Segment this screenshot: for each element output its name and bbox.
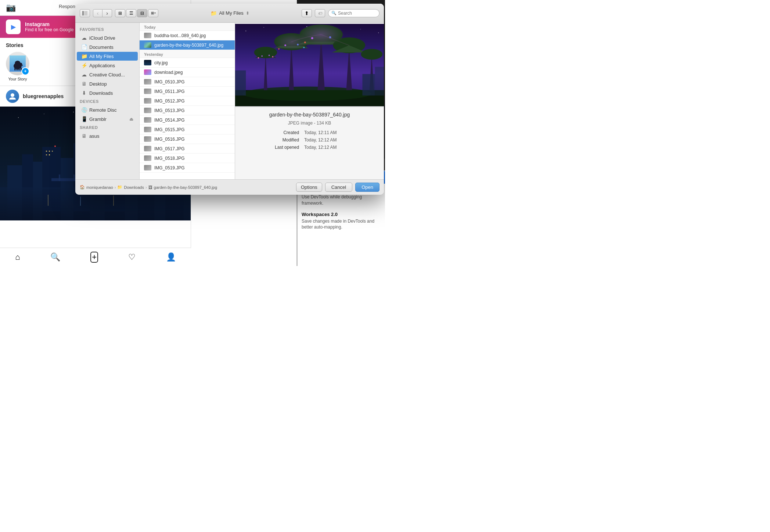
svg-rect-48 [113,195,114,206]
profile-icon[interactable]: 👤 [166,252,176,262]
img0517-thumb [144,146,151,151]
search-nav-icon[interactable]: 🔍 [50,252,60,262]
svg-point-10 [18,117,19,118]
finder-dialog: ‹ › ⊞ ☰ ⊟ ⊞▾ 📁 All My Files ⬍ ⬆ 🏷 🔍 [75,4,384,195]
file-name-0511: IMG_0511.JPG [154,89,185,94]
finder-main-area: Today buddha-toot...089_640.jpg garden-b… [140,23,384,179]
svg-point-96 [360,29,361,29]
options-button[interactable]: Options [296,183,322,192]
file-item-download[interactable]: download.jpeg [140,68,235,77]
finder-body: Favorites ☁ iCloud Drive 📄 Documents 📁 A… [75,23,384,179]
your-story-item[interactable]: + Your Story [6,52,29,81]
img0514-thumb [144,117,151,123]
breadcrumb-sep-1: › [115,185,116,190]
preview-meta-table: Created Today, 12:11 AM Modified Today, … [241,129,378,151]
file-item-0514[interactable]: IMG_0514.JPG [140,115,235,125]
file-item-0519[interactable]: IMG_0519.JPG [140,163,235,173]
file-item-0516[interactable]: IMG_0516.JPG [140,134,235,144]
svg-point-69 [272,56,274,57]
gramblr-eject-icon[interactable]: ⏏ [129,116,133,122]
img0510-thumb [144,79,151,85]
sidebar-label-documents: Documents [89,44,114,50]
remote-disc-icon: 💿 [81,107,87,113]
file-item-0518[interactable]: IMG_0518.JPG [140,154,235,163]
svg-point-66 [261,55,263,57]
sidebar-item-all-files[interactable]: 📁 All My Files [77,52,138,61]
breadcrumb-home-icon: 🏠 [80,185,85,190]
sidebar-label-icloud: iCloud Drive [89,35,115,41]
finder-actions: Options Cancel Open [296,183,379,192]
coverflow-view-btn[interactable]: ⊞▾ [148,9,158,17]
post-username: bluegreenapples [23,93,64,99]
finder-share-btn[interactable]: ⬆ [302,9,312,17]
svg-point-76 [278,48,280,50]
file-item-0515[interactable]: IMG_0515.JPG [140,125,235,134]
sidebar-item-gramblr[interactable]: 📱 Gramblr ⏏ [77,115,138,123]
last-opened-value: Today, 12:12 AM [303,144,377,151]
desktop-icon: 🖥 [81,81,87,87]
finder-search-input[interactable] [338,11,376,16]
svg-rect-98 [235,70,246,95]
sidebar-item-creative-cloud[interactable]: ☁ Creative Cloud... [77,70,138,79]
whats-new-title-2: Workspaces 2.0 [302,212,381,217]
file-item-0511[interactable]: IMG_0511.JPG [140,87,235,96]
file-name-0518: IMG_0518.JPG [154,156,185,161]
column-view-btn[interactable]: ⊟ [137,9,147,17]
sidebar-item-applications[interactable]: ⚡ Applications [77,61,138,70]
add-icon[interactable]: + [90,252,98,263]
svg-point-97 [378,32,379,33]
created-label: Created [242,129,302,136]
sidebar-item-asus[interactable]: 🖥 asus [77,132,138,140]
home-icon[interactable]: ⌂ [15,252,20,262]
svg-rect-32 [49,154,50,155]
finder-search[interactable]: 🔍 [328,9,379,17]
today-label: Today [140,23,235,31]
img0519-thumb [144,165,151,170]
finder-search-icon: 🔍 [331,11,337,15]
last-opened-label: Last opened [242,144,302,151]
svg-rect-54 [73,175,75,181]
svg-point-67 [269,54,270,56]
svg-point-65 [254,47,277,58]
preview-metadata: garden-by-the-bay-503897_640.jpg JPEG im… [235,107,384,156]
file-item-0512[interactable]: IMG_0512.JPG [140,96,235,106]
sidebar-item-documents[interactable]: 📄 Documents [77,43,138,51]
sidebar-item-downloads[interactable]: ⬇ Downloads [77,89,138,97]
finder-forward-btn[interactable]: › [102,9,112,17]
heart-icon[interactable]: ♡ [128,252,136,262]
instagram-bottom-nav: ⌂ 🔍 + ♡ 👤 [0,248,191,266]
sidebar-label-all-files: All My Files [89,54,114,59]
file-name-0515: IMG_0515.JPG [154,127,185,132]
finder-back-btn[interactable]: ‹ [93,9,102,17]
google-play-logo: ▶ [6,19,21,34]
file-item-garden[interactable]: garden-by-the-bay-503897_640.jpg [140,40,235,50]
list-view-btn[interactable]: ☰ [126,9,136,17]
sidebar-item-desktop[interactable]: 🖥 Desktop [77,79,138,88]
file-item-buddha[interactable]: buddha-toot...089_640.jpg [140,31,235,40]
file-item-0517[interactable]: IMG_0517.JPG [140,144,235,154]
file-item-0513[interactable]: IMG_0513.JPG [140,106,235,115]
icon-view-btn[interactable]: ⊞ [115,9,125,17]
sidebar-item-icloud[interactable]: ☁ iCloud Drive [77,33,138,42]
svg-rect-57 [82,11,84,15]
devices-label: Devices [75,98,139,105]
sidebar-label-remote-disc: Remote Disc [89,107,116,113]
modified-label: Modified [242,137,302,143]
file-item-0510[interactable]: IMG_0510.JPG [140,77,235,87]
downloads-icon: ⬇ [81,90,87,96]
sidebar-toggle-btn[interactable] [80,9,90,17]
open-button[interactable]: Open [355,183,379,192]
file-item-city[interactable]: city.jpg [140,58,235,68]
finder-tag-btn[interactable]: 🏷 [315,9,325,17]
file-name-garden: garden-by-the-bay-503897_640.jpg [154,43,223,48]
sidebar-label-downloads: Downloads [89,90,113,96]
camera-icon[interactable]: 📷 [6,3,16,12]
svg-rect-4 [14,68,15,71]
your-story-name: Your Story [8,77,27,81]
finder-toolbar: ‹ › ⊞ ☰ ⊟ ⊞▾ 📁 All My Files ⬍ ⬆ 🏷 🔍 [75,4,384,23]
cancel-button[interactable]: Cancel [325,183,352,192]
svg-rect-28 [46,151,47,152]
svg-point-12 [73,112,74,112]
svg-point-68 [258,57,259,58]
sidebar-item-remote-disc[interactable]: 💿 Remote Disc [77,105,138,114]
